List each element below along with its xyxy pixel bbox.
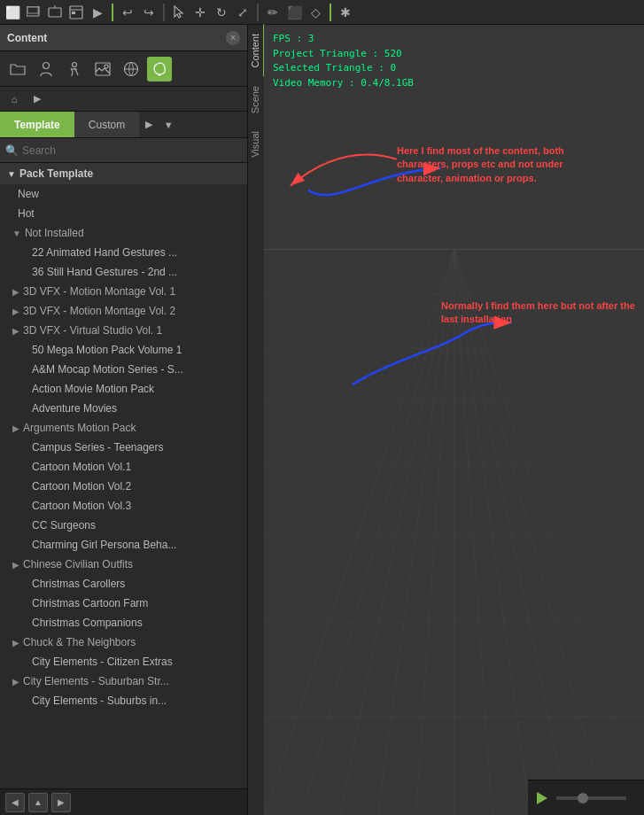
- tree-item-adventure-movies[interactable]: Adventure Movies: [0, 399, 247, 418]
- person-icon-btn[interactable]: [34, 57, 58, 82]
- nav-next-btn[interactable]: ▶: [51, 793, 71, 812]
- toolbar-icon-diamond[interactable]: ◇: [306, 4, 324, 21]
- tree-section-chuck[interactable]: ▶ Chuck & The Neighbors: [0, 633, 247, 652]
- tree-item-am-mocap-label: A&M Mocap Motion Series - S...: [32, 363, 183, 376]
- search-icon: 🔍: [5, 144, 19, 157]
- tree-item-36-still[interactable]: 36 Still Hand Gestures - 2nd ...: [0, 262, 247, 282]
- svg-rect-0: [27, 6, 39, 16]
- toolbar-icon-box[interactable]: ⬛: [285, 4, 303, 21]
- tree-item-action-movie[interactable]: Action Movie Motion Pack: [0, 379, 247, 399]
- toolbar-separator-1: [163, 4, 165, 21]
- redo-button[interactable]: ↪: [140, 4, 158, 21]
- content-icon-toolbar: [0, 51, 247, 87]
- tree-item-22-animated-label: 22 Animated Hand Gestures ...: [32, 246, 177, 259]
- timeline-track[interactable]: [556, 796, 626, 800]
- tree-item-cartoon2-label: Cartoon Motion Vol.2: [32, 480, 131, 493]
- search-input[interactable]: [22, 144, 242, 157]
- pack-template-root[interactable]: ▼ Pack Template: [0, 163, 247, 184]
- toolbar-icon-5[interactable]: ▶: [89, 4, 106, 21]
- tree-item-city-citizen-label: City Elements - Citizen Extras: [32, 656, 173, 668]
- hud-project-triangle: Project Triangle : 520: [273, 47, 414, 62]
- move-tool[interactable]: ✛: [191, 4, 209, 21]
- toolbar-separator-green: [112, 4, 113, 21]
- tree-section-not-installed[interactable]: ▼ Not Installed: [0, 223, 247, 243]
- tree-section-3dvfx1[interactable]: ▶ 3D VFX - Motion Montage Vol. 1: [0, 282, 247, 301]
- content-close-button[interactable]: ×: [226, 31, 240, 45]
- tree-item-christmas-companions[interactable]: Christmas Companions: [0, 613, 247, 633]
- arguments-label: Arguments Motion Pack: [23, 422, 136, 434]
- toolbar-icon-1[interactable]: ⬜: [4, 4, 21, 21]
- tree-item-50-mega[interactable]: 50 Mega Motion Pack Volume 1: [0, 340, 247, 360]
- tree-section-3dvfx2[interactable]: ▶ 3D VFX - Motion Montage Vol. 2: [0, 301, 247, 321]
- rotate-tool[interactable]: ↻: [213, 4, 230, 21]
- tab-nav-down[interactable]: ▼: [159, 112, 178, 137]
- home-small-icon[interactable]: ⌂: [5, 90, 23, 108]
- side-tab-content[interactable]: Content: [247, 25, 265, 77]
- leaf-icon-btn[interactable]: [147, 57, 172, 82]
- tree-item-am-mocap[interactable]: A&M Mocap Motion Series - S...: [0, 360, 247, 379]
- tree-item-hot[interactable]: Hot: [0, 204, 247, 223]
- content-header: Content ×: [0, 25, 247, 51]
- chuck-arrow: ▶: [12, 638, 19, 648]
- folder-icon-btn[interactable]: [5, 57, 30, 82]
- tree-list[interactable]: ▼ Pack Template New Hot ▼ Not Installed …: [0, 163, 247, 788]
- tree-item-new-label: New: [18, 188, 39, 200]
- tree-item-christmas-carollers-label: Christmas Carollers: [32, 578, 125, 590]
- tree-item-city-suburbs-label: City Elements - Suburbs in...: [32, 695, 167, 707]
- tab-row: Template Custom ▶ ▼: [0, 112, 247, 138]
- custom-tab[interactable]: Custom: [74, 112, 139, 137]
- content-panel: Content × ⌂: [0, 25, 248, 815]
- scale-tool[interactable]: ⤢: [234, 4, 252, 21]
- timeline-scrubber[interactable]: [578, 793, 588, 803]
- tree-section-chinese-civilian[interactable]: ▶ Chinese Civilian Outfits: [0, 555, 247, 574]
- tree-section-arguments[interactable]: ▶ Arguments Motion Pack: [0, 418, 247, 438]
- tree-item-charming-girl[interactable]: Charming Girl Persona Beha...: [0, 535, 247, 555]
- tree-item-cartoon1[interactable]: Cartoon Motion Vol.1: [0, 457, 247, 477]
- content-panel-title: Content: [7, 32, 47, 44]
- tree-section-3dvfx-virtual[interactable]: ▶ 3D VFX - Virtual Studio Vol. 1: [0, 321, 247, 340]
- tree-item-city-suburbs[interactable]: City Elements - Suburbs in...: [0, 691, 247, 710]
- play-small-icon[interactable]: ▶: [28, 90, 46, 108]
- toolbar-icon-2[interactable]: [25, 4, 43, 21]
- tree-item-christmas-carollers[interactable]: Christmas Carollers: [0, 574, 247, 594]
- toolbar-icon-3[interactable]: [46, 4, 64, 21]
- side-tab-scene[interactable]: Scene: [247, 77, 265, 122]
- play-button[interactable]: [537, 792, 547, 804]
- tree-item-cartoon3[interactable]: Cartoon Motion Vol.3: [0, 496, 247, 516]
- tree-item-cc-surgeons[interactable]: CC Surgeons: [0, 516, 247, 535]
- template-tab[interactable]: Template: [0, 112, 74, 137]
- tree-item-cc-surgeons-label: CC Surgeons: [32, 519, 96, 532]
- tree-item-hot-label: Hot: [18, 207, 35, 220]
- tree-item-christmas-cartoon-farm[interactable]: Christmas Cartoon Farm: [0, 594, 247, 613]
- toolbar-icon-paint[interactable]: ✏: [264, 4, 282, 21]
- chinese-civilian-label: Chinese Civilian Outfits: [23, 558, 133, 570]
- tree-item-cartoon2[interactable]: Cartoon Motion Vol.2: [0, 477, 247, 496]
- select-tool[interactable]: [170, 4, 188, 21]
- tree-item-city-citizen[interactable]: City Elements - Citizen Extras: [0, 652, 247, 671]
- tree-section-city-suburban[interactable]: ▶ City Elements - Suburban Str...: [0, 671, 247, 691]
- toolbar-icon-star[interactable]: ✱: [337, 4, 354, 21]
- globe-icon-btn[interactable]: [119, 57, 144, 82]
- tree-item-cartoon1-label: Cartoon Motion Vol.1: [32, 461, 131, 473]
- nav-prev-btn[interactable]: ◀: [5, 793, 25, 812]
- annotation-text-1: Here I find most of the content, both ch…: [397, 144, 592, 185]
- svg-point-11: [105, 65, 108, 68]
- undo-button[interactable]: ↩: [119, 4, 136, 21]
- svg-rect-2: [49, 8, 61, 17]
- hud-selected-triangle: Selected Triangle : 0: [273, 61, 414, 76]
- tree-item-22-animated[interactable]: 22 Animated Hand Gestures ...: [0, 243, 247, 262]
- tree-item-campus[interactable]: Campus Series - Teenagers: [0, 438, 247, 457]
- city-suburban-label: City Elements - Suburban Str...: [23, 675, 169, 687]
- tab-nav-prev[interactable]: ▶: [139, 112, 159, 137]
- run-icon-btn[interactable]: [62, 57, 87, 82]
- not-installed-label: Not Installed: [25, 227, 84, 239]
- side-tab-visual[interactable]: Visual: [247, 122, 265, 167]
- panel-bottom-nav: ◀ ▲ ▶: [0, 788, 247, 815]
- nav-up-btn[interactable]: ▲: [28, 793, 48, 812]
- toolbar-icon-4[interactable]: [67, 4, 85, 21]
- image-icon-btn[interactable]: [90, 57, 115, 82]
- tree-item-new[interactable]: New: [0, 184, 247, 204]
- hud-video-memory: Video Memory : 0.4/8.1GB: [273, 76, 414, 91]
- svg-rect-6: [72, 12, 75, 14]
- timeline-area: [528, 780, 644, 815]
